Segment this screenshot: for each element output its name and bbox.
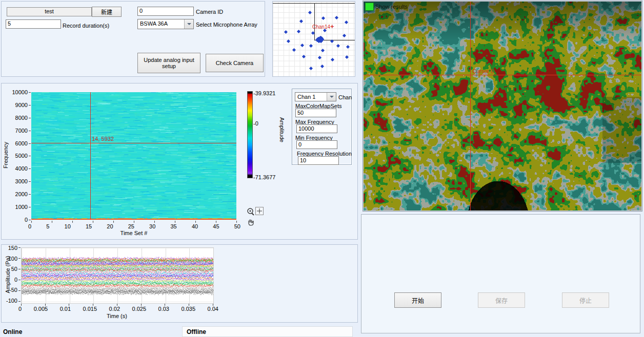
project-name-field[interactable]: test [7, 7, 92, 16]
analysis-controls-box: Chan 1 Chan MaxColorMapSets 50 Max Frequ… [292, 89, 352, 165]
mic-position-dot [346, 45, 349, 48]
mic-position-dot [299, 19, 303, 23]
tick-label: 0.01 [60, 306, 71, 312]
spectrogram-ylabel: Frequency [3, 124, 9, 186]
tick-label: 5000 [15, 153, 28, 159]
tick-label: 6000 [15, 140, 28, 146]
offline-status-bar: Offline [182, 326, 353, 337]
tick-label: 0.025 [132, 306, 147, 312]
tick-label: 50 [11, 266, 17, 272]
mic-position-dot [309, 66, 312, 70]
offline-status-label: Offline [187, 328, 206, 335]
stop-button[interactable]: 停止 [562, 292, 609, 308]
mic-position-dot [320, 48, 324, 52]
tick-label: 5 [46, 223, 49, 229]
amplitude-colorbar [247, 91, 253, 178]
colorbar-max-label: -39.9321 [253, 90, 275, 96]
mic-position-dot [317, 55, 321, 59]
tick-label: 0.035 [181, 306, 195, 312]
mic-position-dot [309, 44, 312, 47]
tick-label: 0.02 [109, 306, 120, 312]
show-results-label: Show results [375, 4, 408, 10]
tick-label: 0.03 [158, 306, 169, 312]
mic-position-dot [300, 43, 304, 47]
mic-position-dot [320, 64, 324, 68]
tick-label: 9000 [15, 102, 28, 108]
tick-label: 3000 [15, 178, 28, 184]
mic-position-dot [296, 29, 300, 33]
zoom-tool-icon[interactable] [246, 207, 255, 217]
camera-view-frame: Cursor 0 Show results [363, 1, 642, 212]
new-project-button[interactable]: 新建 [92, 7, 122, 17]
mic-position-dot [330, 39, 333, 43]
online-status-label: Online [3, 329, 22, 335]
tick-label: 45 [213, 223, 219, 229]
mic-array-dropdown[interactable]: BSWA 36A [137, 19, 194, 29]
min-frequency-input[interactable]: 0 [296, 140, 337, 149]
record-duration-input[interactable]: 5 [6, 19, 61, 29]
tick-label: 35 [170, 223, 176, 229]
waveform-panel: 150100500-50-100 00.0050.010.0150.020.02… [1, 244, 358, 323]
mic-position-dot [301, 54, 305, 58]
tick-label: 30 [149, 223, 155, 229]
mic-points-layer [273, 2, 355, 76]
tick-label: 0.015 [83, 306, 97, 312]
mic-position-dot [334, 15, 338, 19]
acoustic-camera-app: test 新建 5 Record duration(s) 0 Camera ID… [0, 0, 644, 337]
tick-label: 40 [192, 223, 198, 229]
tick-label: 2000 [15, 191, 28, 197]
chevron-down-icon[interactable] [327, 93, 336, 101]
camera-id-input[interactable]: 0 [137, 7, 194, 16]
mic-position-dot [286, 39, 290, 43]
maxcolormapsets-input[interactable]: 50 [295, 109, 336, 117]
mic-position-dot [311, 31, 314, 34]
mic-position-dot [345, 55, 348, 58]
tick-label: 50 [234, 223, 240, 229]
cursor-tool-icon[interactable] [255, 207, 264, 215]
chan-dropdown[interactable]: Chan 1 [295, 92, 336, 101]
mic-cursor-cross-icon[interactable]: + [330, 24, 334, 30]
mic-array-label: Select Microphone Array [196, 22, 257, 28]
start-button[interactable]: 开始 [394, 292, 441, 308]
spectrogram-cursor-vline[interactable] [90, 92, 91, 220]
tick-label: 0 [14, 277, 17, 283]
camera-heatmap-canvas[interactable] [364, 2, 641, 210]
colorbar-mid-label: -0 [253, 120, 258, 127]
tick-label: 0.005 [34, 306, 48, 312]
spectrogram-x-ticks: 05101520253035404550 [28, 223, 240, 229]
tick-label: 1000 [15, 204, 28, 210]
tick-label: 0.04 [208, 306, 218, 312]
camera-cursor-label: Cursor 0 [472, 68, 494, 74]
update-analog-input-button[interactable]: Update analog input setup [137, 53, 200, 73]
spectrogram-canvas[interactable] [31, 92, 236, 220]
mic-position-dot [330, 57, 334, 61]
colorbar-min-label: -71.3677 [253, 174, 275, 180]
tick-label: 0 [25, 217, 28, 223]
camera-cursor-vline[interactable] [470, 2, 471, 210]
mic-array-value: BSWA 36A [140, 20, 168, 27]
mic-position-dot [308, 10, 311, 14]
waveform-canvas[interactable] [21, 247, 214, 304]
show-results-led[interactable] [365, 3, 374, 11]
frequency-resolution-input[interactable]: 10 [298, 156, 339, 165]
waveform-x-ticks: 00.0050.010.0150.020.0250.030.0350.04 [18, 306, 218, 312]
tick-label: 10 [65, 223, 71, 229]
max-frequency-input[interactable]: 10000 [296, 124, 337, 133]
chevron-down-icon[interactable] [184, 19, 193, 29]
check-camera-button[interactable]: Check Camera [206, 54, 264, 72]
mic-position-dot [284, 30, 287, 33]
tick-label: 8000 [15, 115, 28, 121]
spectrogram-xtick-marks [31, 221, 237, 223]
mic-position-dot [342, 33, 346, 37]
waveform-xlabel: Time (s) [91, 313, 143, 319]
tick-label: 25 [128, 223, 134, 229]
mic-array-plot[interactable]: + Chan14 [272, 1, 355, 77]
run-control-panel: 开始 保存 停止 [361, 214, 640, 333]
mic-position-dot [336, 44, 339, 47]
save-button[interactable]: 保存 [478, 292, 525, 308]
camera-id-label: Camera ID [196, 9, 223, 15]
spectrogram-cursor-hline[interactable] [31, 143, 236, 143]
pan-hand-tool-icon[interactable] [247, 218, 255, 227]
camera-cursor-hline[interactable] [364, 75, 641, 75]
tick-label: 4000 [15, 165, 28, 172]
